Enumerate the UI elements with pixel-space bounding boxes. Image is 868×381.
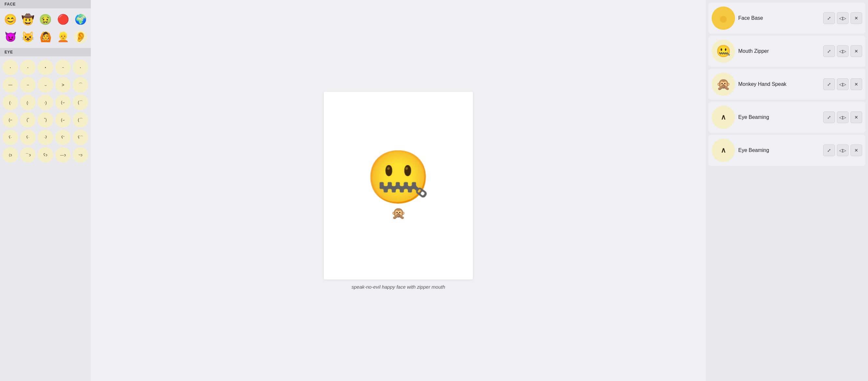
face-emoji-side-head[interactable]: 👱 bbox=[55, 29, 71, 45]
left-panel: FACE 😊 🤠 🤢 🔴 🌍 👿 😺 🙆 👱 bbox=[0, 0, 91, 381]
eye-cell[interactable]: • bbox=[2, 59, 19, 76]
eye-cell[interactable]: ʕ· bbox=[2, 129, 19, 146]
eye-cell[interactable]: • bbox=[37, 59, 54, 76]
layer-controls-mouth-zipper: ⤢ ◁▷ ✕ bbox=[823, 45, 862, 57]
face-emoji-gradient[interactable]: 🌍 bbox=[72, 11, 89, 28]
face-emoji-yellow[interactable]: 😊 bbox=[2, 11, 19, 28]
eye-cell[interactable]: (· bbox=[20, 94, 36, 111]
move-button-face-base[interactable]: ⤢ bbox=[823, 12, 835, 24]
resize-button-face-base[interactable]: ◁▷ bbox=[837, 12, 848, 24]
eye-cell[interactable]: (⌣ bbox=[55, 111, 71, 128]
eye-cell[interactable]: (· bbox=[2, 94, 19, 111]
eye-cell[interactable]: (– bbox=[2, 111, 19, 128]
layer-controls-monkey-hand-speak: ⤢ ◁▷ ✕ bbox=[823, 78, 862, 90]
eye-cell[interactable]: — bbox=[2, 76, 19, 93]
layer-name-mouth-zipper: Mouth Zipper bbox=[738, 48, 820, 54]
resize-button-eye-beaming-2[interactable]: ◁▷ bbox=[837, 144, 848, 156]
layer-eye-beaming-1: ∧ Eye Beaming ⤢ ◁▷ ✕ bbox=[708, 102, 865, 133]
eye-cell[interactable]: – bbox=[20, 76, 36, 93]
layer-controls-eye-beaming-1: ⤢ ◁▷ ✕ bbox=[823, 111, 862, 123]
eye-cell[interactable]: • bbox=[72, 59, 89, 76]
close-button-eye-beaming-2[interactable]: ✕ bbox=[850, 144, 862, 156]
layer-name-face-base: Face Base bbox=[738, 15, 820, 21]
move-button-eye-beaming-2[interactable]: ⤢ bbox=[823, 144, 835, 156]
eye-cell[interactable]: ⌣ bbox=[37, 76, 54, 93]
eye-cell[interactable]: (⌒ bbox=[72, 111, 89, 128]
layer-thumb-face-base: ● bbox=[712, 6, 735, 30]
face-emoji-cowboy[interactable]: 🤠 bbox=[20, 11, 36, 28]
eye-cell[interactable]: ⌢ bbox=[55, 59, 71, 76]
move-button-monkey-hand-speak[interactable]: ⤢ bbox=[823, 78, 835, 90]
resize-button-eye-beaming-1[interactable]: ◁▷ bbox=[837, 111, 848, 123]
face-emoji-grid: 😊 🤠 🤢 🔴 🌍 👿 😺 🙆 👱 👂 bbox=[0, 8, 91, 48]
layer-thumb-eye-beaming-1: ∧ bbox=[712, 106, 735, 129]
layer-controls-eye-beaming-2: ⤢ ◁▷ ✕ bbox=[823, 144, 862, 156]
eye-cell[interactable]: ˘) bbox=[37, 111, 54, 128]
move-button-eye-beaming-1[interactable]: ⤢ bbox=[823, 111, 835, 123]
face-emoji-red[interactable]: 🔴 bbox=[55, 11, 71, 28]
eye-cell[interactable]: ·) bbox=[37, 94, 54, 111]
eye-cell[interactable]: > bbox=[55, 76, 71, 93]
eye-emoji-grid: • • • ⌢ • — – ⌣ > ⌒ (· (· ·) (⌣ (⌒ (– (˘… bbox=[0, 56, 91, 166]
layer-controls-face-base: ⤢ ◁▷ ✕ bbox=[823, 12, 862, 24]
eye-cell[interactable]: ʕ· bbox=[20, 129, 36, 146]
eye-cell[interactable]: ~ↄ bbox=[72, 146, 89, 163]
layer-thumb-mouth-zipper: 🤐 bbox=[712, 39, 735, 63]
face-emoji-back-head[interactable]: 🙆 bbox=[37, 29, 54, 45]
face-emoji-blob[interactable]: 👂 bbox=[72, 29, 89, 45]
center-panel: 🤐 🙊 speak-no-evil happy face with zipper… bbox=[91, 0, 706, 381]
layer-thumb-monkey-hand-speak: 🙊 bbox=[712, 73, 735, 96]
face-section-header: FACE bbox=[0, 0, 91, 8]
resize-button-monkey-hand-speak[interactable]: ◁▷ bbox=[837, 78, 848, 90]
eye-cell[interactable]: (⌒ bbox=[72, 94, 89, 111]
eye-cell[interactable]: ʕ˘ bbox=[55, 129, 71, 146]
eye-section-header: EYE bbox=[0, 48, 91, 56]
eye-cell[interactable]: ʕ⌒ bbox=[72, 129, 89, 146]
eye-cell[interactable]: • bbox=[20, 59, 36, 76]
layer-name-eye-beaming-2: Eye Beaming bbox=[738, 147, 820, 153]
main-emoji: 🤐 bbox=[366, 151, 431, 203]
layer-name-eye-beaming-1: Eye Beaming bbox=[738, 114, 820, 120]
eye-cell[interactable]: ⌒ↄ bbox=[20, 146, 36, 163]
eye-cell[interactable]: (ↄ bbox=[2, 146, 19, 163]
face-emoji-sick[interactable]: 🤢 bbox=[37, 11, 54, 28]
layer-thumb-eye-beaming-2: ∧ bbox=[712, 139, 735, 162]
canvas-area: 🤐 🙊 bbox=[324, 92, 473, 280]
layer-mouth-zipper: 🤐 Mouth Zipper ⤢ ◁▷ ✕ bbox=[708, 36, 865, 67]
eye-cell[interactable]: ⌒ bbox=[72, 76, 89, 93]
eye-cell[interactable]: (˘ bbox=[20, 111, 36, 128]
layer-face-base: ● Face Base ⤢ ◁▷ ✕ bbox=[708, 3, 865, 34]
mini-emoji: 🙊 bbox=[391, 206, 406, 220]
face-emoji-cat[interactable]: 😺 bbox=[20, 29, 36, 45]
face-emoji-devil[interactable]: 👿 bbox=[2, 29, 19, 45]
layer-monkey-hand-speak: 🙊 Monkey Hand Speak ⤢ ◁▷ ✕ bbox=[708, 69, 865, 100]
caption: speak-no-evil happy face with zipper mou… bbox=[351, 284, 445, 290]
layer-eye-beaming-2: ∧ Eye Beaming ⤢ ◁▷ ✕ bbox=[708, 135, 865, 166]
layer-name-monkey-hand-speak: Monkey Hand Speak bbox=[738, 81, 820, 87]
move-button-mouth-zipper[interactable]: ⤢ bbox=[823, 45, 835, 57]
close-button-mouth-zipper[interactable]: ✕ bbox=[850, 45, 862, 57]
close-button-monkey-hand-speak[interactable]: ✕ bbox=[850, 78, 862, 90]
close-button-eye-beaming-1[interactable]: ✕ bbox=[850, 111, 862, 123]
resize-button-mouth-zipper[interactable]: ◁▷ bbox=[837, 45, 848, 57]
eye-cell[interactable]: (⌣ bbox=[55, 94, 71, 111]
eye-cell[interactable]: —ↄ bbox=[55, 146, 71, 163]
eye-cell[interactable]: ·ʔ bbox=[37, 129, 54, 146]
right-panel: ● Face Base ⤢ ◁▷ ✕ 🤐 Mouth Zipper ⤢ ◁▷ ✕… bbox=[706, 0, 868, 381]
eye-cell[interactable]: ʕↄ bbox=[37, 146, 54, 163]
close-button-face-base[interactable]: ✕ bbox=[850, 12, 862, 24]
